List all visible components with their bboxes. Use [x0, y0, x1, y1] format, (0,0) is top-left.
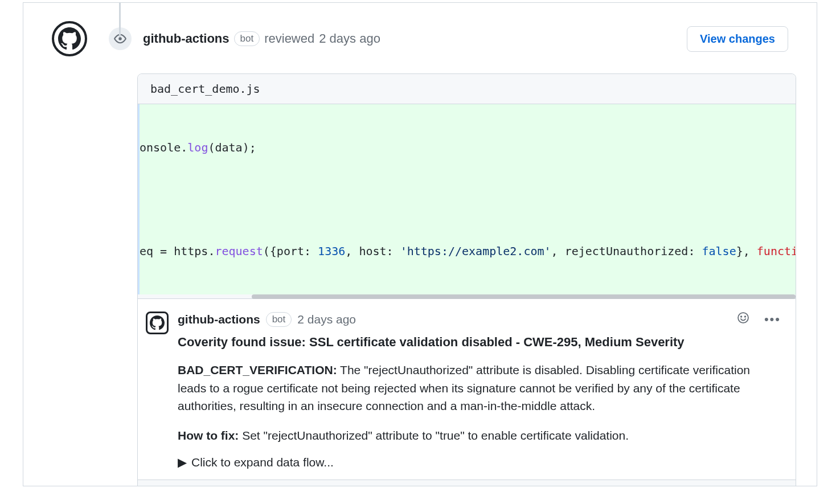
- issue-description: BAD_CERT_VERIFICATION: The "rejectUnauth…: [178, 361, 781, 415]
- svg-point-2: [745, 316, 746, 317]
- reply-row: [138, 480, 796, 486]
- diff-blank-line: [140, 185, 796, 214]
- svg-point-1: [741, 316, 742, 317]
- commenter-name[interactable]: github-actions: [178, 313, 260, 326]
- diff-code-block: onsole.log(data); eq = https.request({po…: [138, 104, 796, 294]
- review-timestamp[interactable]: 2 days ago: [319, 31, 380, 46]
- diff-line: onsole.log(data);: [140, 137, 796, 158]
- bot-badge: bot: [234, 31, 260, 46]
- reaction-button[interactable]: [737, 312, 749, 327]
- svg-point-0: [738, 313, 748, 323]
- review-action-text: reviewed: [264, 31, 314, 46]
- timeline-connector: [119, 3, 121, 37]
- view-changes-button[interactable]: View changes: [687, 26, 788, 52]
- comment-menu-button[interactable]: •••: [764, 312, 781, 327]
- smiley-icon: [737, 312, 749, 324]
- reviewer-avatar[interactable]: [52, 21, 87, 56]
- review-header: github-actions bot reviewed 2 days ago V…: [23, 3, 817, 62]
- reviewer-name[interactable]: github-actions: [143, 31, 230, 46]
- scrollbar-thumb[interactable]: [252, 294, 796, 299]
- fix-suggestion: How to fix: Set "rejectUnauthorized" att…: [178, 427, 781, 445]
- issue-title: Coverity found issue: SSL certificate va…: [178, 335, 781, 350]
- code-review-card: bad_cert_demo.js onsole.log(data); eq = …: [137, 73, 796, 486]
- github-icon: [150, 315, 165, 330]
- horizontal-scrollbar[interactable]: [138, 294, 796, 299]
- diff-line: eq = https.request({port: 1336, host: 'h…: [140, 241, 796, 261]
- bot-badge: bot: [266, 312, 292, 327]
- commenter-avatar[interactable]: [146, 312, 169, 334]
- github-icon: [58, 27, 81, 50]
- triangle-right-icon: ▶: [178, 456, 187, 469]
- review-comment: github-actions bot 2 days ago ••• Coveri…: [138, 299, 796, 480]
- comment-timestamp[interactable]: 2 days ago: [297, 313, 356, 326]
- expand-label: Click to expand data flow...: [191, 456, 334, 469]
- expand-dataflow-toggle[interactable]: ▶ Click to expand data flow...: [178, 456, 781, 469]
- file-name-header[interactable]: bad_cert_demo.js: [138, 74, 796, 104]
